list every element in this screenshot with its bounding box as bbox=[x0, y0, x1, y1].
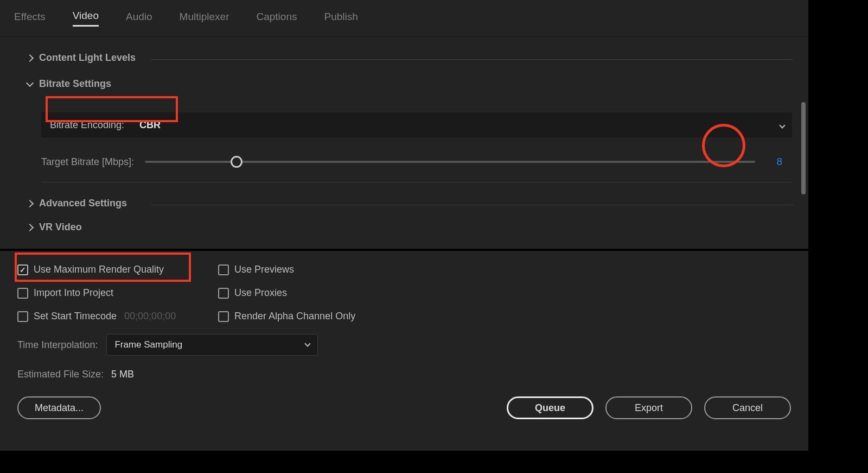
target-bitrate-value[interactable]: 8 bbox=[766, 156, 782, 168]
checkbox-set-start-timecode[interactable]: Set Start Timecode 00;00;00;00 bbox=[17, 311, 202, 322]
export-button[interactable]: Export bbox=[605, 396, 692, 419]
section-label: Bitrate Settings bbox=[39, 78, 111, 90]
section-divider bbox=[151, 59, 793, 60]
checkbox-label: Set Start Timecode bbox=[34, 311, 117, 322]
bitrate-encoding-label: Bitrate Encoding: bbox=[50, 119, 124, 131]
checkbox-icon bbox=[17, 264, 28, 275]
section-label: Content Light Levels bbox=[39, 52, 136, 64]
estimated-file-size-row: Estimated File Size: 5 MB bbox=[17, 369, 791, 380]
checkbox-label: Render Alpha Channel Only bbox=[234, 311, 355, 322]
tab-audio[interactable]: Audio bbox=[126, 11, 152, 26]
dropdown-icon bbox=[780, 120, 784, 130]
queue-button[interactable]: Queue bbox=[507, 396, 593, 419]
time-interpolation-value: Frame Sampling bbox=[114, 339, 182, 350]
estimated-file-size-value: 5 MB bbox=[111, 369, 134, 380]
target-bitrate-row: Target Bitrate [Mbps]: 8 bbox=[41, 156, 792, 168]
export-options: Use Maximum Render Quality Use Previews … bbox=[0, 251, 808, 432]
section-content-light-levels[interactable]: Content Light Levels bbox=[15, 47, 793, 69]
checkbox-label: Import Into Project bbox=[34, 287, 113, 299]
chevron-right-icon bbox=[26, 54, 34, 61]
checkbox-icon bbox=[17, 311, 28, 322]
scrollbar-thumb[interactable] bbox=[801, 102, 806, 194]
slider-thumb[interactable] bbox=[231, 156, 242, 168]
estimated-file-size-label: Estimated File Size: bbox=[17, 369, 104, 380]
tab-video[interactable]: Video bbox=[73, 10, 99, 27]
section-divider bbox=[151, 205, 793, 205]
checkbox-icon bbox=[17, 288, 28, 299]
checkbox-use-proxies[interactable]: Use Proxies bbox=[218, 287, 287, 299]
video-sections: Content Light Levels Bitrate Settings Bi… bbox=[0, 37, 808, 238]
time-interpolation-label: Time Interpolation: bbox=[17, 339, 98, 351]
tab-bar: Effects Video Audio Multiplexer Captions… bbox=[0, 0, 808, 37]
checkbox-import-into-project[interactable]: Import Into Project bbox=[17, 287, 202, 299]
chevron-down-icon bbox=[305, 340, 311, 346]
tab-multiplexer[interactable]: Multiplexer bbox=[180, 11, 229, 26]
scrollbar-track[interactable] bbox=[801, 33, 806, 244]
tab-captions[interactable]: Captions bbox=[256, 11, 297, 26]
checkbox-icon bbox=[218, 311, 229, 322]
chevron-down-icon bbox=[26, 79, 34, 86]
checkbox-use-previews[interactable]: Use Previews bbox=[218, 264, 294, 275]
checkbox-label: Use Proxies bbox=[234, 287, 287, 299]
section-label: Advanced Settings bbox=[39, 198, 127, 209]
time-interpolation-row: Time Interpolation: Frame Sampling bbox=[17, 334, 791, 356]
button-row: Metadata... Queue Export Cancel bbox=[17, 396, 791, 419]
action-button-group: Queue Export Cancel bbox=[507, 396, 791, 419]
checkbox-use-maximum-render-quality[interactable]: Use Maximum Render Quality bbox=[17, 264, 202, 275]
tab-effects[interactable]: Effects bbox=[14, 11, 46, 26]
checkbox-label: Use Previews bbox=[234, 264, 294, 275]
metadata-button[interactable]: Metadata... bbox=[17, 396, 101, 419]
export-settings-bottom-panel: Use Maximum Render Quality Use Previews … bbox=[0, 251, 808, 451]
cancel-button[interactable]: Cancel bbox=[704, 396, 791, 419]
export-settings-top-panel: Effects Video Audio Multiplexer Captions… bbox=[0, 0, 808, 249]
checkbox-label: Use Maximum Render Quality bbox=[34, 264, 164, 275]
target-bitrate-slider[interactable] bbox=[145, 161, 755, 163]
section-advanced-settings[interactable]: Advanced Settings bbox=[15, 192, 793, 215]
bitrate-settings-body: Bitrate Encoding: CBR Target Bitrate [Mb… bbox=[41, 107, 792, 182]
bitrate-encoding-dropdown[interactable]: Bitrate Encoding: CBR bbox=[41, 112, 792, 137]
bitrate-encoding-value: CBR bbox=[139, 119, 161, 131]
chevron-right-icon bbox=[26, 199, 34, 207]
tab-publish[interactable]: Publish bbox=[324, 11, 358, 26]
section-bitrate-settings[interactable]: Bitrate Settings bbox=[15, 73, 793, 95]
time-interpolation-dropdown[interactable]: Frame Sampling bbox=[106, 334, 318, 356]
chevron-right-icon bbox=[26, 223, 34, 231]
section-label: VR Video bbox=[39, 222, 82, 233]
section-vr-video[interactable]: VR Video bbox=[15, 216, 793, 238]
checkbox-icon bbox=[218, 288, 229, 299]
target-bitrate-label: Target Bitrate [Mbps]: bbox=[41, 156, 134, 168]
start-timecode-value[interactable]: 00;00;00;00 bbox=[124, 311, 176, 322]
checkbox-icon bbox=[218, 264, 229, 275]
checkbox-render-alpha-channel-only[interactable]: Render Alpha Channel Only bbox=[218, 311, 355, 322]
